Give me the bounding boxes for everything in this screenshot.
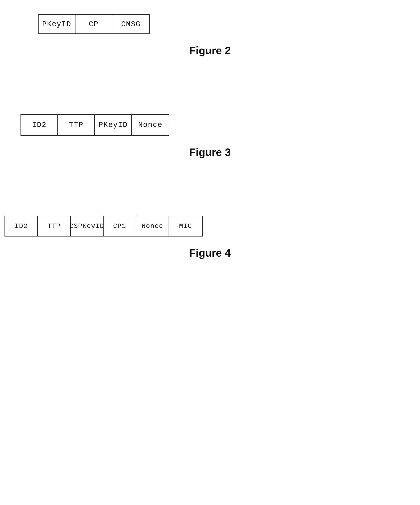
figure2-section: PKeyID CP CMSG Figure 2: [0, 14, 420, 57]
fig3-cell-nonce: Nonce: [132, 115, 169, 135]
fig4-cell-cp1: CP1: [104, 216, 136, 236]
fig2-cell-cmsg: CMSG: [112, 15, 149, 33]
fig2-cell-cp: CP: [75, 15, 112, 33]
fig4-cell-nonce: Nonce: [136, 216, 169, 236]
fig4-cell-id2: ID2: [5, 216, 38, 236]
figure3-label: Figure 3: [189, 146, 231, 158]
page-container: PKeyID CP CMSG Figure 2 ID2 TTP PKeyID N…: [0, 0, 420, 505]
fig4-cell-mic: MIC: [169, 216, 202, 236]
figure2-label: Figure 2: [189, 44, 231, 57]
fig2-cell-pkeyid: PKeyID: [38, 15, 75, 33]
figure3-diagram: ID2 TTP PKeyID Nonce: [20, 114, 169, 136]
figure3-section: ID2 TTP PKeyID Nonce Figure 3: [0, 114, 420, 158]
fig4-cell-cspkeyid: CSPKeyID: [71, 216, 104, 236]
figure4-section: ID2 TTP CSPKeyID CP1 Nonce MIC Figure 4: [0, 216, 420, 259]
fig3-cell-id2: ID2: [21, 115, 58, 135]
fig3-cell-pkeyid: PKeyID: [95, 115, 132, 135]
figure4-diagram: ID2 TTP CSPKeyID CP1 Nonce MIC: [5, 216, 203, 236]
figure4-label: Figure 4: [189, 247, 231, 259]
figure2-diagram: PKeyID CP CMSG: [38, 14, 150, 34]
fig4-cell-ttp: TTP: [38, 216, 71, 236]
fig3-cell-ttp: TTP: [58, 115, 95, 135]
